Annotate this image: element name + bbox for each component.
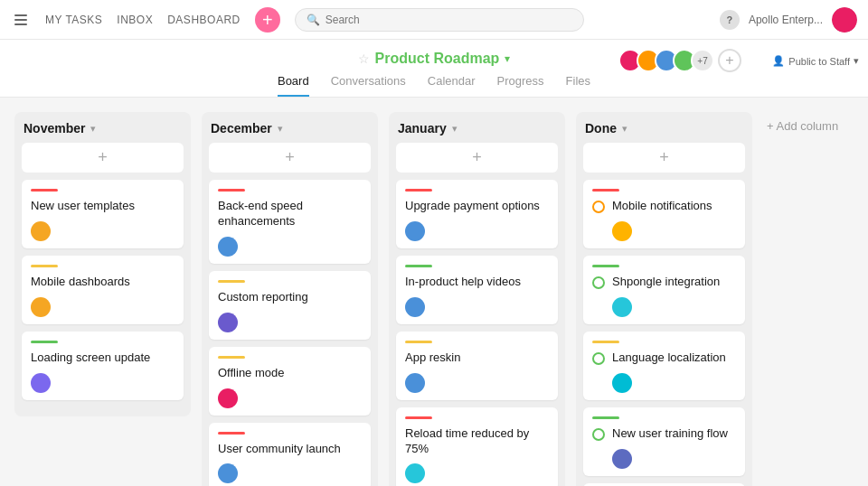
privacy-button[interactable]: 👤 Public to Staff ▾ xyxy=(772,55,859,67)
card-title: Upgrade payment options xyxy=(405,199,549,214)
card-avatar xyxy=(405,221,425,241)
add-column-label: + Add column xyxy=(767,119,838,133)
search-input[interactable] xyxy=(326,14,572,26)
card-avatar xyxy=(612,449,632,469)
card-avatar xyxy=(405,373,425,393)
inbox-link[interactable]: INBOX xyxy=(117,14,153,26)
user-avatar[interactable] xyxy=(832,7,857,33)
project-header: ☆ Product Roadmap ▾ +7 + 👤 Public to Sta… xyxy=(0,40,868,98)
card-backend-speed: Back-end speed enhancements xyxy=(209,180,371,264)
card-title: Custom reporting xyxy=(218,290,362,305)
card-title: Shpongle integration xyxy=(612,275,736,290)
card-custom-reporting: Custom reporting xyxy=(209,271,371,340)
priority-indicator xyxy=(218,432,245,435)
add-card-november[interactable]: + xyxy=(22,143,184,173)
card-language-localization: Language localization xyxy=(583,332,745,400)
priority-indicator xyxy=(218,356,245,359)
priority-indicator xyxy=(31,265,58,267)
org-name: Apollo Enterp... xyxy=(749,14,823,26)
card-avatar xyxy=(218,237,238,257)
priority-indicator xyxy=(405,265,432,267)
card-title: Loading screen update xyxy=(31,350,175,366)
card-avatar xyxy=(405,297,425,317)
card-title: Reload time reduced by 75% xyxy=(405,426,549,457)
priority-indicator xyxy=(592,416,619,419)
add-column-button[interactable]: + Add column xyxy=(763,112,854,140)
column-title-november: November xyxy=(24,121,85,136)
card-title: Mobile dashboards xyxy=(31,275,175,290)
card-upgrade-payment: Upgrade payment options xyxy=(396,180,558,248)
card-avatar xyxy=(31,373,51,393)
card-title: New user training flow xyxy=(612,426,736,442)
my-tasks-link[interactable]: MY TASKS xyxy=(45,14,102,26)
card-user-community-launch: User community launch xyxy=(209,423,371,486)
project-tabs: Board Conversations Calendar Progress Fi… xyxy=(0,74,868,97)
dashboard-link[interactable]: DASHBOARD xyxy=(167,14,241,26)
done-card-row: Language localization xyxy=(592,350,736,393)
card-content: Mobile notifications xyxy=(612,199,736,241)
priority-indicator xyxy=(31,189,58,192)
privacy-icon: 👤 xyxy=(772,55,785,67)
done-chevron-icon[interactable]: ▾ xyxy=(622,123,627,135)
card-title: Mobile notifications xyxy=(612,199,736,214)
help-button[interactable]: ? xyxy=(720,10,740,30)
privacy-chevron: ▾ xyxy=(854,55,859,67)
tab-conversations[interactable]: Conversations xyxy=(331,74,406,97)
card-title: Offline mode xyxy=(218,366,362,381)
project-title: Product Roadmap xyxy=(375,51,500,67)
tab-progress[interactable]: Progress xyxy=(497,74,544,97)
done-card-row: Shpongle integration xyxy=(592,275,736,317)
card-title: In-product help videos xyxy=(405,275,549,290)
card-title: New user templates xyxy=(31,199,175,214)
privacy-label: Public to Staff xyxy=(788,55,850,66)
column-done: Done ▾ + Mobile notifications Shpongle i… xyxy=(576,112,752,486)
column-november: November ▾ + New user templates Mobile d… xyxy=(14,112,191,416)
priority-indicator xyxy=(592,189,619,192)
card-accessibility-updates: Accessibility updates xyxy=(583,483,745,486)
card-shpongle-integration: Shpongle integration xyxy=(583,256,745,324)
column-january: January ▾ + Upgrade payment options In-p… xyxy=(389,112,565,486)
add-team-member-button[interactable]: + xyxy=(718,49,741,72)
tab-calendar[interactable]: Calendar xyxy=(428,74,476,97)
add-card-done[interactable]: + xyxy=(583,143,745,173)
card-help-videos: In-product help videos xyxy=(396,256,558,324)
add-card-january[interactable]: + xyxy=(396,143,558,173)
priority-indicator xyxy=(592,265,619,267)
card-title: Language localization xyxy=(612,350,736,366)
card-mobile-notifications: Mobile notifications xyxy=(583,180,745,248)
nav-right: ? Apollo Enterp... xyxy=(720,7,857,33)
project-chevron-icon[interactable]: ▾ xyxy=(505,52,510,65)
priority-indicator xyxy=(592,341,619,343)
card-avatar xyxy=(612,221,632,241)
status-dot xyxy=(592,201,605,213)
top-navigation: MY TASKS INBOX DASHBOARD + 🔍 ? Apollo En… xyxy=(0,0,868,40)
priority-indicator xyxy=(218,189,245,192)
board: November ▾ + New user templates Mobile d… xyxy=(0,98,868,486)
november-chevron-icon[interactable]: ▾ xyxy=(90,123,96,135)
star-icon[interactable]: ☆ xyxy=(358,51,370,66)
hamburger-menu[interactable] xyxy=(11,11,31,29)
team-count[interactable]: +7 xyxy=(691,49,714,72)
priority-indicator xyxy=(405,416,432,419)
priority-indicator xyxy=(405,189,432,192)
card-content: New user training flow xyxy=(612,426,736,469)
card-title: App reskin xyxy=(405,350,549,366)
column-title-december: December xyxy=(211,121,272,136)
january-chevron-icon[interactable]: ▾ xyxy=(452,123,458,135)
add-button[interactable]: + xyxy=(255,7,280,33)
add-card-december[interactable]: + xyxy=(209,143,371,173)
nav-left: MY TASKS INBOX DASHBOARD + xyxy=(11,7,280,33)
tab-board[interactable]: Board xyxy=(278,74,309,97)
card-title: Back-end speed enhancements xyxy=(218,199,362,229)
card-avatar xyxy=(31,221,51,241)
search-icon: 🔍 xyxy=(307,14,320,26)
search-bar[interactable]: 🔍 xyxy=(295,8,584,32)
column-title-january: January xyxy=(398,121,447,136)
card-loading-screen-update: Loading screen update xyxy=(22,332,184,400)
card-new-user-templates: New user templates xyxy=(22,180,184,248)
card-content: Language localization xyxy=(612,350,736,393)
tab-files[interactable]: Files xyxy=(566,74,590,97)
team-avatars: +7 + xyxy=(618,49,741,72)
card-app-reskin: App reskin xyxy=(396,332,558,400)
december-chevron-icon[interactable]: ▾ xyxy=(278,123,283,135)
